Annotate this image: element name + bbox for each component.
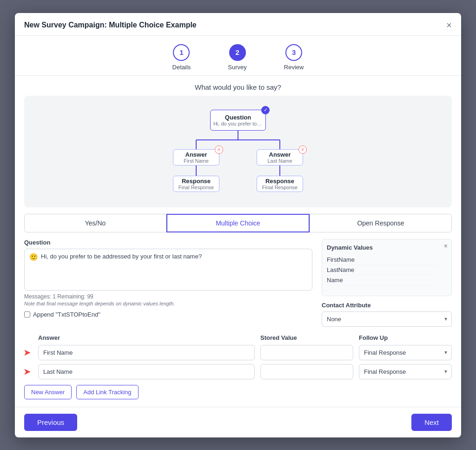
- dynamic-values-list: FirstName LastName Name: [327, 255, 438, 285]
- contact-attr-select[interactable]: None: [322, 311, 452, 327]
- dynamic-value-lastname[interactable]: LastName: [327, 265, 438, 275]
- answers-section: Answer Stored Value Follow Up ➤ Final Re…: [24, 334, 452, 407]
- question-textarea-wrap: 🙂 Hi, do you prefer to be addressed by y…: [24, 249, 312, 291]
- dynamic-values-label: Dynamic Values: [327, 244, 438, 251]
- form-left: Question 🙂 Hi, do you prefer to be addre…: [24, 239, 312, 327]
- step-2-label: Survey: [228, 64, 246, 71]
- contact-attr-select-wrap: None ▾: [322, 311, 452, 327]
- messages-note: Note that final message length depends o…: [24, 301, 312, 306]
- followup-1-select[interactable]: Final Response: [359, 345, 452, 360]
- form-section: Question 🙂 Hi, do you prefer to be addre…: [24, 239, 452, 327]
- answer-row-2: ➤ Final Response ▾: [24, 364, 452, 379]
- answers-header: Answer Stored Value Follow Up: [24, 334, 452, 341]
- followup-2-select[interactable]: Final Response: [359, 364, 452, 379]
- modal-container: New Survey Campaign: Multiple Choice Exa…: [15, 13, 461, 437]
- modal-title: New Survey Campaign: Multiple Choice Exa…: [24, 21, 197, 29]
- tab-yes-no[interactable]: Yes/No: [24, 214, 166, 232]
- answer-row-1: ➤ Final Response ▾: [24, 345, 452, 360]
- step-1: 1 Details: [172, 44, 191, 71]
- followup-2-select-wrap: Final Response ▾: [359, 364, 452, 379]
- append-label[interactable]: Append "TxtSTOPtoEnd": [33, 311, 100, 318]
- arrow-indicator-2: ➤: [23, 366, 31, 377]
- arrow-indicator-1: ➤: [23, 347, 31, 358]
- stored-value-1-input[interactable]: [260, 345, 353, 360]
- step-3-circle: 3: [285, 44, 302, 61]
- form-right: × Dynamic Values FirstName LastName Name…: [322, 239, 452, 327]
- append-checkbox-row: Append "TxtSTOPtoEnd": [24, 311, 312, 318]
- stored-value-2-input[interactable]: [260, 364, 353, 379]
- contact-attr-label: Contact Attribute: [322, 302, 452, 309]
- dynamic-value-firstname[interactable]: FirstName: [327, 255, 438, 265]
- tab-open-response[interactable]: Open Response: [310, 214, 452, 232]
- modal-header: New Survey Campaign: Multiple Choice Exa…: [15, 13, 461, 36]
- emoji-icon: 🙂: [29, 253, 38, 261]
- dynamic-values-close-btn[interactable]: ×: [444, 242, 448, 250]
- step-1-label: Details: [172, 64, 191, 71]
- question-field-label: Question: [24, 239, 312, 246]
- add-link-tracking-button[interactable]: Add Link Tracking: [76, 385, 138, 399]
- previous-button[interactable]: Previous: [24, 414, 77, 431]
- step-3-label: Review: [284, 64, 304, 71]
- tabs-row: Yes/No Multiple Choice Open Response: [24, 214, 452, 232]
- close-button[interactable]: ×: [446, 20, 452, 30]
- step-2: 2 Survey: [228, 44, 246, 71]
- append-checkbox[interactable]: [24, 311, 30, 318]
- bottom-buttons: New Answer Add Link Tracking: [24, 385, 452, 407]
- modal-body: What would you like to say? QuestionHi, …: [15, 76, 461, 407]
- header-answer: Answer: [38, 334, 255, 341]
- flow-diagram: QuestionHi, do you prefer to b...✓Answer…: [24, 96, 452, 207]
- steps-row: 1 Details 2 Survey 3 Review: [15, 36, 461, 76]
- header-followup: Follow Up: [359, 334, 452, 341]
- step-2-circle: 2: [229, 44, 246, 61]
- step-1-circle: 1: [173, 44, 190, 61]
- question-prompt: What would you like to say?: [24, 76, 452, 96]
- new-answer-button[interactable]: New Answer: [24, 385, 72, 399]
- step-3: 3 Review: [284, 44, 304, 71]
- answer-1-input[interactable]: [38, 345, 255, 360]
- header-stored: Stored Value: [260, 334, 353, 341]
- dynamic-values-container: × Dynamic Values FirstName LastName Name: [322, 239, 452, 296]
- next-button[interactable]: Next: [411, 414, 452, 431]
- tab-multiple-choice[interactable]: Multiple Choice: [166, 214, 310, 232]
- followup-1-select-wrap: Final Response ▾: [359, 345, 452, 360]
- answer-2-input[interactable]: [38, 364, 255, 379]
- messages-info: Messages: 1 Remaining: 99: [24, 293, 312, 300]
- modal-footer: Previous Next: [15, 407, 461, 437]
- question-text[interactable]: Hi, do you prefer to be addressed by you…: [41, 253, 307, 260]
- dynamic-value-name[interactable]: Name: [327, 275, 438, 285]
